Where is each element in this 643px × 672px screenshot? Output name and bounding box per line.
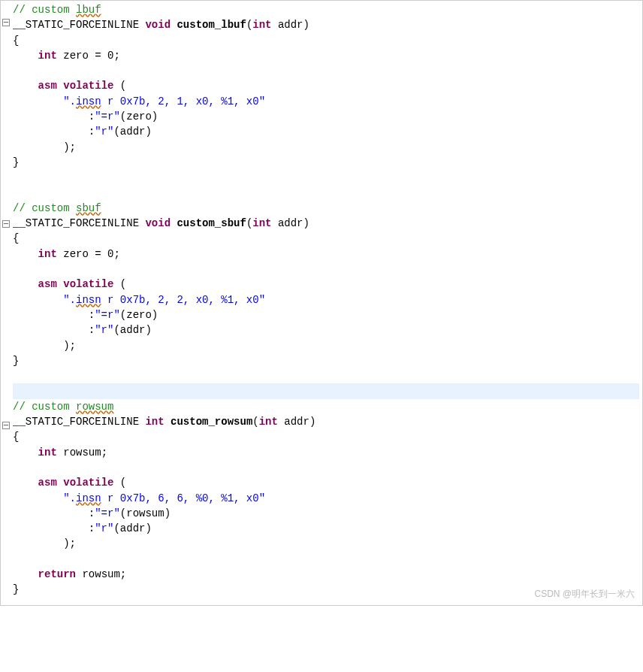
watermark: CSDN @明年长到一米六 bbox=[534, 588, 635, 601]
code-line: asm volatile ( bbox=[13, 277, 639, 292]
code-line bbox=[13, 552, 639, 567]
code-line: ); bbox=[13, 338, 639, 353]
code-line: :"=r"(zero) bbox=[13, 109, 639, 124]
code-line: __STATIC_FORCEINLINE void custom_sbuf(in… bbox=[13, 216, 639, 231]
code-line bbox=[13, 63, 639, 78]
fold-icon[interactable] bbox=[2, 19, 10, 26]
code-line: asm volatile ( bbox=[13, 78, 639, 93]
code-line: asm volatile ( bbox=[13, 475, 639, 490]
code-line: ); bbox=[13, 536, 639, 551]
code-line: __STATIC_FORCEINLINE void custom_lbuf(in… bbox=[13, 17, 639, 32]
code-line: return rowsum; bbox=[13, 567, 639, 582]
code-line bbox=[13, 383, 639, 398]
code-line: :"=r"(zero) bbox=[13, 307, 639, 322]
code-line: // custom sbuf bbox=[13, 201, 639, 216]
fold-icon[interactable] bbox=[2, 422, 10, 429]
code-line: int zero = 0; bbox=[13, 247, 639, 262]
code-line: { bbox=[13, 33, 639, 48]
code-line: // custom rowsum bbox=[13, 399, 639, 414]
code-line: } bbox=[13, 353, 639, 368]
code-line: ); bbox=[13, 140, 639, 155]
code-line: __STATIC_FORCEINLINE int custom_rowsum(i… bbox=[13, 414, 639, 429]
code-line: ".insn r 0x7b, 6, 6, %0, %1, x0" bbox=[13, 491, 639, 506]
code-line: int zero = 0; bbox=[13, 48, 639, 63]
code-line bbox=[13, 368, 639, 383]
code-line: ".insn r 0x7b, 2, 1, x0, %1, x0" bbox=[13, 94, 639, 109]
code-line: { bbox=[13, 429, 639, 444]
code-editor: // custom lbuf__STATIC_FORCEINLINE void … bbox=[1, 1, 642, 605]
code-line bbox=[13, 262, 639, 277]
fold-icon[interactable] bbox=[2, 220, 10, 228]
fold-gutter bbox=[1, 1, 11, 605]
code-line: } bbox=[13, 155, 639, 170]
code-line: :"r"(addr) bbox=[13, 521, 639, 536]
code-line: ".insn r 0x7b, 2, 2, x0, %1, x0" bbox=[13, 292, 639, 307]
code-area[interactable]: // custom lbuf__STATIC_FORCEINLINE void … bbox=[11, 1, 642, 605]
code-line: int rowsum; bbox=[13, 445, 639, 460]
code-line bbox=[13, 460, 639, 475]
code-line: :"=r"(rowsum) bbox=[13, 506, 639, 521]
code-line bbox=[13, 170, 639, 185]
code-line: :"r"(addr) bbox=[13, 124, 639, 139]
code-line: // custom lbuf bbox=[13, 2, 639, 17]
code-line: { bbox=[13, 231, 639, 246]
code-line: :"r"(addr) bbox=[13, 322, 639, 338]
code-line bbox=[13, 186, 639, 201]
